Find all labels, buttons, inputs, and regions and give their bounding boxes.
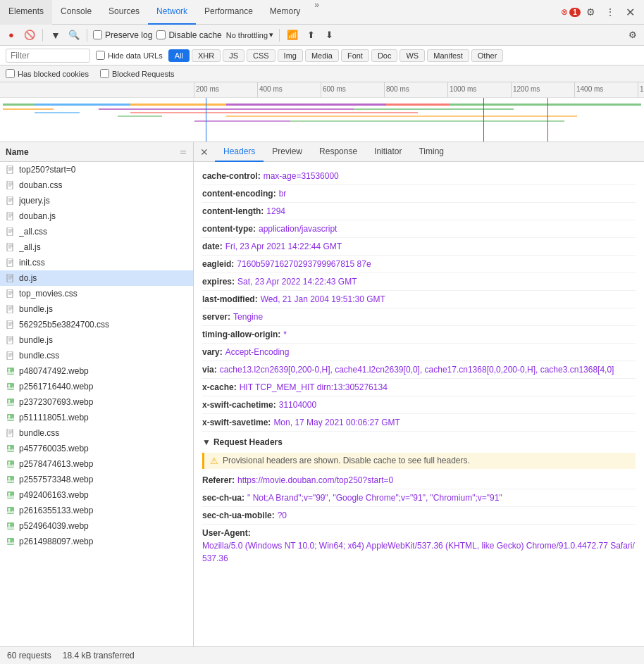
file-list-panel: Name top250?start=0douban.cssjquery.jsdo… [0,142,194,646]
tab-more[interactable]: » [309,0,325,25]
svg-rect-28 [7,274,13,282]
timeline-tick-7 [638,82,638,97]
stop-button[interactable]: 🚫 [23,28,37,42]
filter-button[interactable]: ▼ [49,28,63,42]
filter-input[interactable] [6,49,90,63]
header-key: content-type: [202,223,256,235]
filter-btn-css[interactable]: CSS [247,49,275,62]
detail-tab-initiator[interactable]: Initiator [366,142,410,162]
file-item[interactable]: p2614988097.webp [0,534,193,549]
file-item[interactable]: bundle.css [0,348,193,363]
file-item[interactable]: p524964039.webp [0,518,193,534]
tab-console[interactable]: Console [52,0,100,25]
file-item[interactable]: bundle.css [0,425,193,441]
filter-btn-xhr[interactable]: XHR [192,49,221,62]
filter-btn-doc[interactable]: Doc [371,49,398,62]
preserve-log-checkbox[interactable]: Preserve log [93,30,152,40]
filter-btn-manifest[interactable]: Manifest [427,49,469,62]
file-item[interactable]: p2578474613.webp [0,456,193,472]
network-toolbar: ● 🚫 ▼ 🔍 Preserve log Disable cache No th… [0,25,644,46]
file-item[interactable]: do.js [0,270,193,286]
file-item[interactable]: 562925b5e3824700.css [0,317,193,332]
network-settings-button[interactable]: ⚙ [626,28,640,42]
file-name: douban.js [19,211,56,221]
file-item[interactable]: p2372307693.webp [0,394,193,410]
detail-content[interactable]: cache-control:max-age=31536000content-en… [194,162,644,646]
detail-tab-response[interactable]: Response [311,142,366,162]
header-key: x-swift-cachetime: [202,399,276,411]
file-item[interactable]: top_movies.css [0,286,193,301]
header-key: x-cache: [202,381,237,394]
disable-cache-checkbox[interactable]: Disable cache [156,30,221,40]
more-options-icon[interactable]: ⋮ [602,4,619,20]
filter-btn-other[interactable]: Other [471,49,504,62]
detail-tab-preview[interactable]: Preview [264,142,311,162]
file-name: _all.js [19,242,41,252]
file-item[interactable]: p2616355133.webp [0,503,193,518]
document-file-icon [6,196,16,206]
filter-btn-font[interactable]: Font [341,49,369,62]
toolbar-separator-3 [279,29,280,42]
search-button[interactable]: 🔍 [67,28,81,42]
file-item[interactable]: bundle.js [0,332,193,348]
file-item[interactable]: p492406163.webp [0,487,193,503]
detail-tab-headers[interactable]: Headers [215,142,264,162]
file-item[interactable]: jquery.js [0,193,193,208]
file-name: p2561716440.webp [19,382,93,391]
tab-sources[interactable]: Sources [100,0,148,25]
file-name: p457760035.webp [19,444,89,453]
response-header-row: content-length:1294 [202,203,636,220]
header-key: expires: [202,275,235,288]
file-item[interactable]: douban.css [0,177,193,193]
file-item[interactable]: bundle.js [0,301,193,317]
file-item[interactable]: _all.js [0,239,193,255]
tab-performance[interactable]: Performance [196,0,261,25]
tab-memory[interactable]: Memory [261,0,309,25]
file-name: _all.css [19,227,47,237]
export-icon[interactable]: ⬇ [322,28,336,42]
request-headers-section-title[interactable]: ▼Request Headers [202,432,636,450]
filter-btn-js[interactable]: JS [223,49,244,62]
close-icon[interactable]: ✕ [621,4,638,20]
column-resize-handle[interactable] [180,146,187,158]
image-file-icon [6,490,16,500]
timeline-label-3: 800 ms [386,85,409,93]
file-item[interactable]: p511118051.webp [0,410,193,425]
record-button[interactable]: ● [4,28,18,42]
file-item[interactable]: p2557573348.webp [0,472,193,487]
filter-btn-media[interactable]: Media [305,49,339,62]
header-key: cache-control: [202,170,261,182]
header-key: via: [202,363,217,376]
response-header-row: x-cache:HIT TCP_MEM_HIT dirn:13:30527613… [202,379,636,396]
settings-icon[interactable]: ⚙ [582,4,599,20]
filter-btn-ws[interactable]: WS [400,49,425,62]
file-item[interactable]: p457760035.webp [0,441,193,456]
blocked-requests-checkbox[interactable]: Blocked Requests [100,69,175,78]
response-header-row: x-swift-cachetime:31104000 [202,396,636,414]
detail-tab-timing[interactable]: Timing [410,142,452,162]
file-item[interactable]: init.css [0,255,193,270]
file-item[interactable]: _all.css [0,224,193,239]
filter-btn-all[interactable]: All [168,49,190,62]
wifi-icon[interactable]: 📶 [285,28,299,42]
response-header-row: timing-allow-origin:* [202,326,636,344]
file-list-scroll[interactable]: top250?start=0douban.cssjquery.jsdouban.… [0,162,193,646]
hide-data-urls-checkbox[interactable]: Hide data URLs [96,51,163,60]
error-count-button[interactable]: ⊗ 1 [562,4,579,20]
header-key: date: [202,240,223,253]
tab-elements[interactable]: Elements [0,0,52,25]
file-item[interactable]: douban.js [0,208,193,224]
filter-btn-img[interactable]: Img [278,49,303,62]
timeline-tick-1 [257,82,258,97]
timeline-content[interactable] [0,98,644,142]
devtools-tabs: Elements Console Sources Network Perform… [0,0,557,25]
import-icon[interactable]: ⬆ [304,28,318,42]
detail-close-button[interactable]: ✕ [197,144,212,160]
file-item[interactable]: p2561716440.webp [0,379,193,394]
file-item[interactable]: p480747492.webp [0,363,193,379]
warning-text: Provisional headers are shown. Disable c… [223,456,470,465]
file-item[interactable]: top250?start=0 [0,162,193,177]
tab-network[interactable]: Network [148,0,196,25]
has-blocked-cookies-checkbox[interactable]: Has blocked cookies [6,69,89,78]
throttle-select[interactable]: No throttling ▾ [226,30,273,39]
